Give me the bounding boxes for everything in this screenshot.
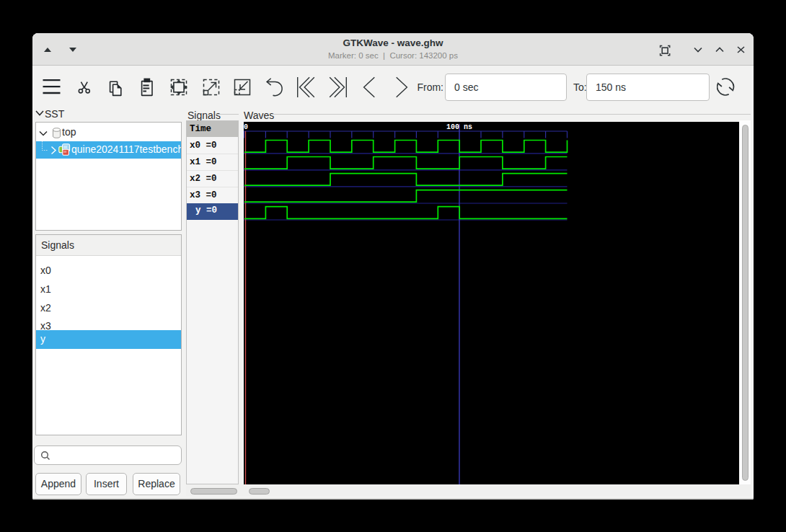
svg-text:100 ns: 100 ns	[446, 123, 472, 131]
svg-text:0: 0	[244, 123, 248, 131]
